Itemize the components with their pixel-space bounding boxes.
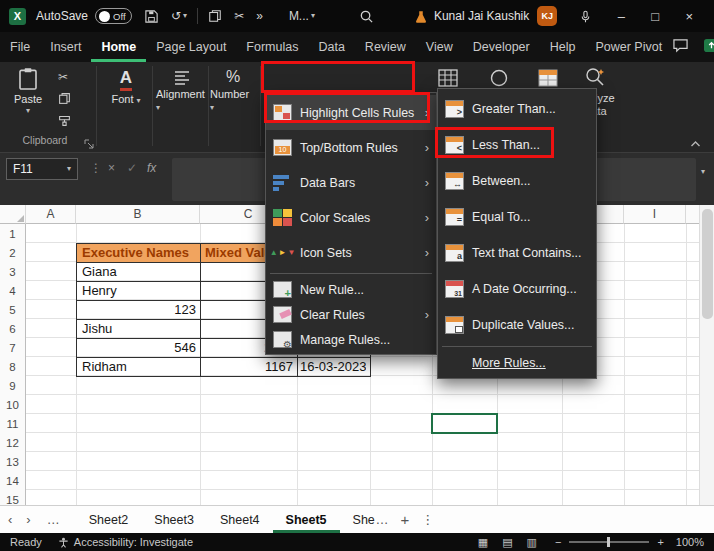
cut-button[interactable]: ✂ <box>58 70 68 84</box>
row-header-9[interactable]: 9 <box>0 376 25 395</box>
zoom-level[interactable]: 100% <box>676 536 704 548</box>
sheet-tab-sheet3[interactable]: Sheet3 <box>141 506 207 533</box>
row-header-13[interactable]: 13 <box>0 452 25 471</box>
all-sheets-button[interactable]: … <box>47 512 60 527</box>
menu-item-new-rule[interactable]: + New Rule... <box>266 277 436 302</box>
vertical-scrollbar-thumb[interactable] <box>702 209 713 319</box>
row-header-8[interactable]: 8 <box>0 357 25 376</box>
row-header-5[interactable]: 5 <box>0 300 25 319</box>
scroll-sheets-right-button[interactable]: › <box>26 512 30 527</box>
row-header-7[interactable]: 7 <box>0 338 25 357</box>
tab-page-layout[interactable]: Page Layout <box>146 32 236 62</box>
autosave-toggle[interactable]: Off <box>95 8 132 24</box>
tab-insert[interactable]: Insert <box>40 32 91 62</box>
dictate-button[interactable] <box>579 9 592 24</box>
alignment-group-button[interactable]: Alignment ▾ <box>156 68 208 112</box>
row-header-15[interactable]: 15 <box>0 490 25 505</box>
menu-item-less-than[interactable]: < Less Than... <box>438 127 596 163</box>
paste-button[interactable]: Paste ▾ <box>14 67 42 115</box>
menu-item-greater-than[interactable]: > Greater Than... <box>438 91 596 127</box>
tab-developer[interactable]: Developer <box>463 32 540 62</box>
name-box[interactable]: F11 ▾ <box>6 158 78 180</box>
sheet-tab-sheet4[interactable]: Sheet4 <box>207 506 273 533</box>
maximize-button[interactable]: □ <box>638 0 672 32</box>
menu-item-highlight-cells-rules[interactable]: Highlight Cells Rules › <box>266 95 436 130</box>
cut-button[interactable]: ✂ <box>234 9 244 23</box>
cell-b7[interactable]: 546 <box>82 338 196 357</box>
more-sheets-button[interactable]: … <box>376 512 389 527</box>
new-sheet-button[interactable]: + <box>401 511 410 528</box>
col-header-a[interactable]: A <box>26 205 76 224</box>
insights-button[interactable] <box>414 9 428 24</box>
share-button[interactable] <box>703 38 714 56</box>
select-all-corner[interactable] <box>0 205 26 224</box>
row-header-1[interactable]: 1 <box>0 224 25 243</box>
cell-b3[interactable]: Giana <box>82 262 196 281</box>
accessibility-status[interactable]: Accessibility: Investigate <box>58 536 193 548</box>
menu-item-color-scales[interactable]: Color Scales › <box>266 200 436 235</box>
cell-c8[interactable]: 1167 <box>204 357 293 376</box>
tab-home[interactable]: Home <box>91 32 146 62</box>
tab-view[interactable]: View <box>416 32 463 62</box>
menu-item-icon-sets[interactable]: ▲►▼ Icon Sets › <box>266 235 436 270</box>
page-break-view-button[interactable]: ▥ <box>527 536 537 549</box>
insert-function-button[interactable]: fx <box>147 161 156 175</box>
row-header-2[interactable]: 2 <box>0 243 25 262</box>
more-commands-button[interactable]: » <box>256 9 263 23</box>
menu-item-manage-rules[interactable]: ⚙ Manage Rules... <box>266 327 436 352</box>
clipboard-dialog-launcher[interactable] <box>84 135 94 153</box>
save-button[interactable] <box>144 9 159 24</box>
expand-formula-bar-button[interactable]: ▾ <box>701 163 705 177</box>
format-painter-button[interactable] <box>58 114 71 127</box>
menu-item-clear-rules[interactable]: Clear Rules › <box>266 302 436 327</box>
row-header-3[interactable]: 3 <box>0 262 25 281</box>
enter-entry-button[interactable]: ✓ <box>127 161 137 175</box>
tab-formulas[interactable]: Formulas <box>236 32 308 62</box>
tabbar-kebab-icon[interactable]: ⋮ <box>421 512 434 527</box>
zoom-in-button[interactable]: + <box>657 536 663 548</box>
copy-button[interactable] <box>208 9 222 23</box>
copy-button[interactable] <box>58 92 71 105</box>
menu-item-more-rules[interactable]: More Rules... <box>438 350 596 376</box>
user-name[interactable]: Kunal Jai Kaushik <box>434 9 529 23</box>
vertical-scrollbar[interactable] <box>699 205 714 505</box>
undo-button[interactable]: ↺▾ <box>171 9 187 23</box>
col-header-b[interactable]: B <box>76 205 200 224</box>
row-header-4[interactable]: 4 <box>0 281 25 300</box>
minimize-button[interactable]: – <box>604 0 638 32</box>
tab-file[interactable]: File <box>0 32 40 62</box>
scroll-sheets-left-button[interactable]: ‹ <box>8 512 12 527</box>
search-button[interactable] <box>359 9 374 24</box>
cell-d8[interactable]: 16-03-2023 <box>300 357 366 376</box>
menu-item-top-bottom-rules[interactable]: 10 Top/Bottom Rules › <box>266 130 436 165</box>
row-header-6[interactable]: 6 <box>0 319 25 338</box>
row-header-10[interactable]: 10 <box>0 395 25 414</box>
menu-item-duplicate-values[interactable]: Duplicate Values... <box>438 307 596 343</box>
cell-b4[interactable]: Henry <box>82 281 196 300</box>
cell-b5[interactable]: 123 <box>82 300 196 319</box>
menu-item-a-date-occurring[interactable]: 31 A Date Occurring... <box>438 271 596 307</box>
zoom-slider[interactable] <box>569 541 649 543</box>
tab-help[interactable]: Help <box>540 32 586 62</box>
row-header-14[interactable]: 14 <box>0 471 25 490</box>
menu-item-data-bars[interactable]: Data Bars › <box>266 165 436 200</box>
row-header-12[interactable]: 12 <box>0 433 25 452</box>
comments-button[interactable] <box>672 38 689 56</box>
menu-item-equal-to[interactable]: = Equal To... <box>438 199 596 235</box>
tab-power-pivot[interactable]: Power Pivot <box>585 32 672 62</box>
col-header-i[interactable]: I <box>624 205 686 224</box>
tab-review[interactable]: Review <box>355 32 416 62</box>
zoom-slider-knob[interactable] <box>607 537 610 547</box>
page-layout-view-button[interactable]: ▤ <box>502 536 512 549</box>
menu-item-between[interactable]: ↔ Between... <box>438 163 596 199</box>
menu-item-text-that-contains[interactable]: a Text that Contains... <box>438 235 596 271</box>
number-group-button[interactable]: % Number ▾ <box>210 68 256 112</box>
close-button[interactable]: × <box>672 0 706 32</box>
document-title-menu[interactable]: M...▾ <box>289 9 315 23</box>
cell-b8[interactable]: Ridham <box>82 357 196 376</box>
cell-b6[interactable]: Jishu <box>82 319 196 338</box>
sheet-tab-partial[interactable]: She <box>340 506 376 533</box>
cell-b2[interactable]: Executive Names <box>82 243 198 262</box>
cancel-entry-button[interactable]: × <box>108 161 115 175</box>
font-group-button[interactable]: A Font ▾ <box>104 68 148 105</box>
